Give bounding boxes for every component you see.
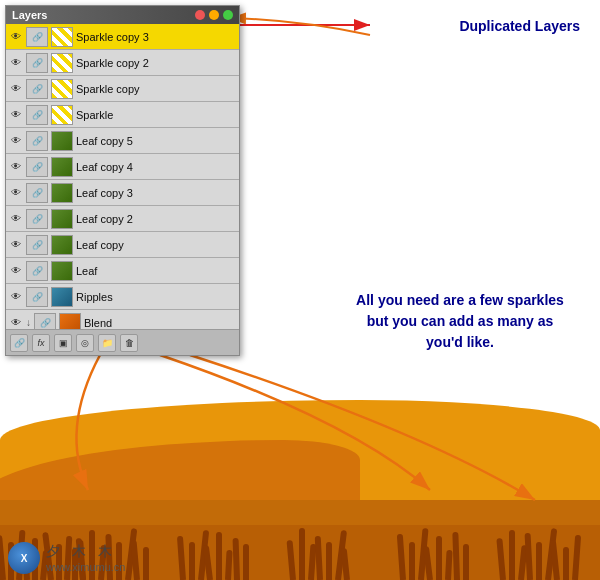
eye-icon[interactable]: 👁 [9, 108, 23, 122]
layer-thumb-link: 🔗 [26, 157, 48, 177]
layer-thumb-content [51, 27, 73, 47]
layer-row[interactable]: 👁🔗Leaf [6, 258, 239, 284]
eye-icon[interactable]: 👁 [9, 56, 23, 70]
layer-thumb-content [51, 287, 73, 307]
layer-thumb-link: 🔗 [26, 235, 48, 255]
eye-icon[interactable]: 👁 [9, 82, 23, 96]
max-btn[interactable] [223, 10, 233, 20]
min-btn[interactable] [209, 10, 219, 20]
layer-row[interactable]: 👁🔗Leaf copy 5 [6, 128, 239, 154]
layers-panel: Layers 👁🔗Sparkle copy 3👁🔗Sparkle copy 2👁… [5, 5, 240, 356]
eye-icon[interactable]: 👁 [9, 238, 23, 252]
titlebar-controls [195, 10, 233, 20]
annotation-sparkles: All you need are a few sparkles but you … [350, 290, 570, 353]
layer-arrow: ↓ [26, 317, 31, 328]
mask-icon[interactable]: ▣ [54, 334, 72, 352]
layer-row[interactable]: 👁🔗Leaf copy 3 [6, 180, 239, 206]
layer-thumb-content [51, 183, 73, 203]
layer-thumb-content [51, 261, 73, 281]
panel-titlebar: Layers [6, 6, 239, 24]
eye-icon[interactable]: 👁 [9, 186, 23, 200]
layer-row[interactable]: 👁🔗Sparkle [6, 102, 239, 128]
layer-name: Blend [84, 317, 236, 329]
circle-icon[interactable]: ◎ [76, 334, 94, 352]
eye-icon[interactable]: 👁 [9, 212, 23, 226]
watermark-logo: X [8, 542, 40, 574]
layer-thumb-content [51, 105, 73, 125]
layers-list[interactable]: 👁🔗Sparkle copy 3👁🔗Sparkle copy 2👁🔗Sparkl… [6, 24, 239, 329]
layer-thumb-link: 🔗 [26, 27, 48, 47]
eye-icon[interactable]: 👁 [9, 30, 23, 44]
watermark-text: 夕 木 木 www.ximumu.cn [46, 543, 125, 573]
layer-row[interactable]: 👁🔗Leaf copy [6, 232, 239, 258]
eye-icon[interactable]: 👁 [9, 290, 23, 304]
link-icon[interactable]: 🔗 [10, 334, 28, 352]
layer-name: Leaf [76, 265, 236, 277]
layer-thumb-content [51, 235, 73, 255]
layer-row[interactable]: 👁🔗Sparkle copy [6, 76, 239, 102]
layer-name: Leaf copy 4 [76, 161, 236, 173]
layer-name: Leaf copy 3 [76, 187, 236, 199]
layer-thumb-content [51, 131, 73, 151]
layer-thumb-content [59, 313, 81, 330]
panel-title: Layers [12, 9, 47, 21]
layer-name: Leaf copy 5 [76, 135, 236, 147]
sparkle-1: ✦ [85, 358, 100, 380]
layer-thumb-link: 🔗 [26, 183, 48, 203]
layer-row[interactable]: 👁🔗Sparkle copy 2 [6, 50, 239, 76]
layer-row[interactable]: 👁↓🔗Blend [6, 310, 239, 329]
annotation-duplicated: Duplicated Layers [459, 18, 580, 34]
eye-icon[interactable]: 👁 [9, 134, 23, 148]
eye-icon[interactable]: 👁 [9, 264, 23, 278]
eye-icon[interactable]: 👁 [9, 160, 23, 174]
layer-row[interactable]: 👁🔗Leaf copy 2 [6, 206, 239, 232]
layer-thumb-link: 🔗 [34, 313, 56, 330]
layer-name: Leaf copy [76, 239, 236, 251]
layer-name: Ripples [76, 291, 236, 303]
watermark-chars: 夕 木 木 [46, 543, 125, 561]
layer-row[interactable]: 👁🔗Ripples [6, 284, 239, 310]
layer-row[interactable]: 👁🔗Leaf copy 4 [6, 154, 239, 180]
layer-row[interactable]: 👁🔗Sparkle copy 3 [6, 24, 239, 50]
layer-thumb-link: 🔗 [26, 261, 48, 281]
layer-name: Sparkle copy 2 [76, 57, 236, 69]
fx-icon[interactable]: fx [32, 334, 50, 352]
panel-toolbar: 🔗 fx ▣ ◎ 📁 🗑 [6, 329, 239, 355]
watermark-url: www.ximumu.cn [46, 561, 125, 573]
watermark: X 夕 木 木 www.ximumu.cn [8, 542, 125, 574]
eye-icon[interactable]: 👁 [9, 316, 23, 330]
layer-thumb-link: 🔗 [26, 105, 48, 125]
layer-thumb-content [51, 79, 73, 99]
layer-thumb-link: 🔗 [26, 209, 48, 229]
layer-name: Sparkle copy 3 [76, 31, 236, 43]
layer-thumb-content [51, 157, 73, 177]
layer-thumb-content [51, 53, 73, 73]
layer-thumb-link: 🔗 [26, 79, 48, 99]
layer-thumb-link: 🔗 [26, 131, 48, 151]
layer-thumb-link: 🔗 [26, 53, 48, 73]
layer-name: Leaf copy 2 [76, 213, 236, 225]
close-btn[interactable] [195, 10, 205, 20]
folder-icon[interactable]: 📁 [98, 334, 116, 352]
layer-thumb-link: 🔗 [26, 287, 48, 307]
layer-thumb-content [51, 209, 73, 229]
trash-icon[interactable]: 🗑 [120, 334, 138, 352]
layer-name: Sparkle copy [76, 83, 236, 95]
layer-name: Sparkle [76, 109, 236, 121]
